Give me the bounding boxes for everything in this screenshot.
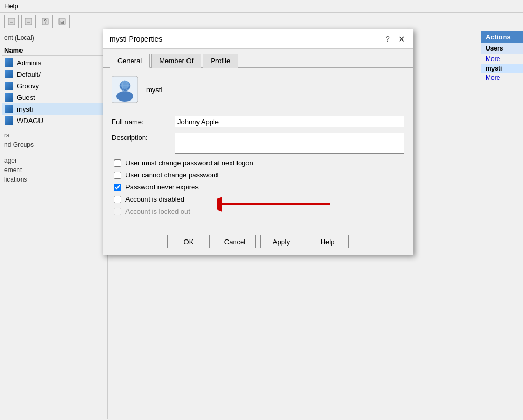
dialog-help-button[interactable]: ?: [382, 34, 393, 44]
list-item-groovy[interactable]: Groovy: [2, 80, 105, 92]
mysti-action-item[interactable]: mysti: [481, 64, 523, 73]
account-locked-label: Account is locked out: [125, 207, 190, 215]
partial-management-label: ent (Local): [2, 33, 105, 43]
cannot-change-password-checkbox[interactable]: [114, 172, 121, 179]
more-action-1[interactable]: More: [481, 54, 523, 64]
username-display: mysti: [146, 86, 162, 94]
description-input[interactable]: [175, 133, 404, 154]
properties-dialog: mysti Properties ? ✕ General Member Of P…: [103, 29, 413, 255]
left-panel: ent (Local) Name Adminis Default/ Groovy…: [0, 31, 108, 419]
list-item-default[interactable]: Default/: [2, 68, 105, 80]
tab-member-of[interactable]: Member Of: [151, 54, 201, 68]
actions-header: Actions: [481, 31, 523, 43]
ok-button[interactable]: OK: [167, 235, 210, 248]
menubar: Help: [0, 0, 523, 13]
users-label-partial: rs: [2, 131, 105, 140]
description-label: Description:: [112, 133, 175, 142]
fullname-row: Full name:: [112, 116, 404, 127]
user-header: mysti: [112, 76, 404, 109]
groups-label-partial: nd Groups: [2, 140, 105, 149]
svg-text:→: →: [26, 19, 31, 25]
checkbox-row-5: Account is locked out: [112, 207, 404, 215]
forward-button[interactable]: →: [21, 15, 36, 28]
help-footer-button[interactable]: Help: [307, 235, 349, 248]
list-item-mysti[interactable]: mysti: [2, 103, 105, 115]
checkbox-row-4: Account is disabled: [112, 195, 404, 203]
svg-point-11: [121, 81, 129, 89]
svg-text:⊞: ⊞: [60, 19, 64, 25]
account-disabled-label: Account is disabled: [125, 195, 184, 203]
element-partial: ement: [2, 165, 105, 175]
dialog-titlebar: mysti Properties ? ✕: [103, 29, 413, 49]
applications-partial: lications: [2, 175, 105, 184]
must-change-password-label: User must change password at next logon: [125, 159, 253, 167]
must-change-password-checkbox[interactable]: [114, 159, 121, 167]
account-disabled-checkbox[interactable]: [114, 196, 121, 203]
manager-partial: ager: [2, 156, 105, 165]
password-never-expires-checkbox[interactable]: [114, 184, 121, 191]
cannot-change-password-label: User cannot change password: [125, 171, 218, 179]
expand-button[interactable]: ⊞: [55, 15, 70, 28]
toolbar: ← → ? ⊞: [0, 13, 523, 31]
more-action-2[interactable]: More: [481, 73, 523, 83]
password-never-expires-label: Password never expires: [125, 183, 199, 191]
cancel-button[interactable]: Cancel: [214, 235, 256, 248]
fullname-label: Full name:: [112, 118, 175, 126]
back-button[interactable]: ←: [4, 15, 19, 28]
fullname-input[interactable]: [175, 116, 404, 127]
svg-text:←: ←: [9, 19, 14, 25]
dialog-tabs: General Member Of Profile: [103, 49, 413, 68]
list-item-adminis[interactable]: Adminis: [2, 57, 105, 68]
dialog-title: mysti Properties: [110, 35, 162, 43]
users-section-header: Users: [481, 43, 523, 54]
help-toolbar-button[interactable]: ?: [38, 15, 53, 28]
svg-text:?: ?: [44, 19, 47, 25]
checkbox-row-1: User must change password at next logon: [112, 159, 404, 167]
checkbox-row-3: Password never expires: [112, 183, 404, 191]
name-column-header: Name: [2, 45, 105, 56]
user-avatar: [112, 76, 138, 103]
list-item-wdagu[interactable]: WDAGU: [2, 115, 105, 126]
svg-point-9: [116, 91, 133, 102]
description-row: Description:: [112, 133, 404, 154]
checkboxes-section: User must change password at next logon …: [112, 159, 404, 215]
help-menu[interactable]: Help: [4, 2, 18, 10]
checkbox-row-2: User cannot change password: [112, 171, 404, 179]
tab-general[interactable]: General: [110, 54, 150, 68]
list-item-guest[interactable]: Guest: [2, 92, 105, 103]
apply-button[interactable]: Apply: [260, 235, 302, 248]
account-locked-checkbox[interactable]: [114, 208, 121, 215]
dialog-close-button[interactable]: ✕: [396, 34, 407, 44]
right-panel: Actions Users More mysti More: [481, 31, 523, 419]
dialog-controls: ? ✕: [382, 34, 407, 44]
dialog-footer: OK Cancel Apply Help: [103, 228, 413, 255]
dialog-body: mysti Full name: Description: User must …: [103, 68, 413, 228]
tab-profile[interactable]: Profile: [203, 54, 238, 68]
